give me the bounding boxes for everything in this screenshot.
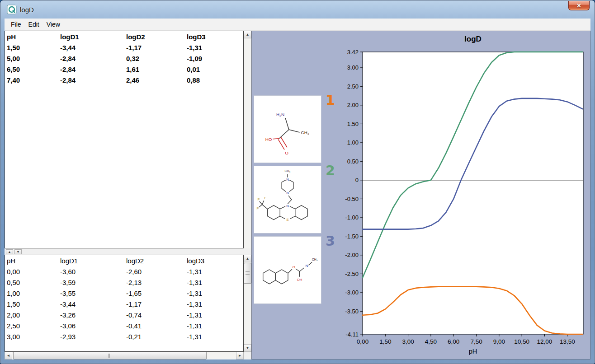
logd-chart: logD 3.423.002.502.001.501.000.500-0.50-… <box>335 35 589 357</box>
table-row[interactable]: 1,00-3,55-1,65-1,31 <box>5 288 243 299</box>
table-row[interactable]: 1,50-3,44-1,17-1,31 <box>5 299 243 310</box>
column-header: logD1 <box>60 32 126 42</box>
table-row[interactable]: 0,50-3,59-2,13-1,31 <box>5 277 243 288</box>
title-bar[interactable]: logD ✕ <box>0 0 595 19</box>
atom-label: F <box>257 197 260 201</box>
atom-label: H₂N <box>276 112 284 117</box>
table-cell: 1,61 <box>126 64 187 75</box>
table-row[interactable]: 6,50-2,841,610,01 <box>5 64 243 75</box>
atom-label: CH₃ <box>312 258 318 261</box>
table-row[interactable]: 0,00-3,60-2,60-1,31 <box>5 266 243 277</box>
column-header: logD2 <box>126 32 187 42</box>
menu-file[interactable]: File <box>7 19 25 30</box>
scroll-right-button[interactable]: ► <box>236 352 244 359</box>
atom-label: F <box>256 206 259 210</box>
atom-label: HO <box>265 137 272 142</box>
atom-label: O <box>293 265 295 269</box>
table-cell: -3,06 <box>60 321 126 331</box>
table-row[interactable]: 5,00-2,840,32-1,09 <box>5 53 243 64</box>
atom-label: S <box>286 218 288 222</box>
x-tick-label: 12,00 <box>537 338 552 345</box>
table-header-row: pHlogD1logD2logD3 <box>5 32 243 42</box>
structure-box-3[interactable]: O OH N CH₃ <box>254 236 321 304</box>
y-tick-label: 2.50 <box>347 83 359 90</box>
atom-label: CH₃ <box>285 169 291 173</box>
column-header: pH <box>7 32 60 42</box>
table-cell: 2,46 <box>126 75 187 86</box>
table-cell: -0,41 <box>126 321 187 331</box>
table-row[interactable]: 1,50-3,44-1,17-1,31 <box>5 42 243 53</box>
column-header: pH <box>7 256 60 266</box>
menu-edit[interactable]: Edit <box>25 19 43 30</box>
menu-view[interactable]: View <box>43 19 64 30</box>
table-cell: 3,00 <box>7 331 60 342</box>
y-tick-label: 1.00 <box>347 139 359 146</box>
atom-label: N <box>306 264 308 268</box>
chart-pane: H₂N CH₃ HO O 1 <box>251 31 590 359</box>
table-cell: -0,74 <box>126 310 187 321</box>
y-tick-label: 3.00 <box>347 64 359 71</box>
table-cell: 1,50 <box>7 42 60 53</box>
horizontal-scrollbar[interactable]: ◄ ► <box>5 352 251 359</box>
structure-box-2[interactable]: N S N N CH₃ F F F <box>254 166 321 233</box>
close-button[interactable]: ✕ <box>568 1 590 10</box>
structure-box-1[interactable]: H₂N CH₃ HO O <box>254 95 321 163</box>
table-row[interactable]: 7,40-2,842,460,88 <box>5 75 243 86</box>
y-tick-label: 3.42 <box>347 49 359 56</box>
y-tick-label: -3.00 <box>345 289 359 296</box>
table-cell: 0,88 <box>187 75 243 86</box>
y-tick-label: -2.00 <box>345 252 359 258</box>
top-table-vertical-scrollbar[interactable]: ▲ <box>244 31 251 248</box>
scroll-track[interactable] <box>244 38 251 248</box>
table-row[interactable]: 2,00-3,26-0,74-1,31 <box>5 310 243 321</box>
table-cell: -2,84 <box>60 64 126 75</box>
scroll-up-button[interactable]: ▲ <box>244 31 251 38</box>
table-cell: -3,60 <box>60 266 126 277</box>
x-tick-label: 13,50 <box>560 338 575 345</box>
main-content: pHlogD1logD2logD31,50-3,44-1,17-1,315,00… <box>5 31 590 359</box>
vertical-scroll-thumb[interactable] <box>244 263 251 284</box>
y-tick-label: -3.50 <box>345 308 359 315</box>
x-tick-label: 7,50 <box>470 338 482 345</box>
table-splitter[interactable]: ▲ ▼ <box>5 248 251 255</box>
y-tick-label: 2.00 <box>347 102 359 108</box>
y-tick-label: -4.11 <box>345 331 359 338</box>
table-row[interactable]: 3,00-2,93-0,21-1,31 <box>5 331 243 342</box>
x-tick-label: 10,50 <box>514 338 529 345</box>
table-cell: -3,55 <box>60 288 126 299</box>
table-cell: -2,84 <box>60 75 126 86</box>
table-cell: 1,50 <box>7 299 60 310</box>
table-cell: -1,31 <box>187 299 243 310</box>
atom-label: F <box>264 196 266 200</box>
column-header: logD3 <box>187 32 243 42</box>
table-cell: -1,65 <box>126 288 187 299</box>
table-cell: 0,32 <box>126 53 187 64</box>
bottom-table-vertical-scrollbar[interactable]: ▲ ▼ <box>244 255 251 352</box>
horizontal-scroll-track[interactable] <box>12 352 236 359</box>
table-cell: -1,17 <box>126 42 187 53</box>
table-cell: -2,84 <box>60 53 126 64</box>
scroll-up-button[interactable]: ▲ <box>244 255 251 262</box>
y-tick-label: 0.50 <box>347 158 359 165</box>
table-cell: 0,50 <box>7 277 60 288</box>
table-cell: -1,31 <box>187 277 243 288</box>
table-cell: 6,50 <box>7 64 60 75</box>
horizontal-scroll-thumb[interactable] <box>13 352 207 359</box>
table-cell: -1,31 <box>187 331 243 342</box>
close-icon: ✕ <box>576 3 581 9</box>
scroll-left-button[interactable]: ◄ <box>5 352 12 359</box>
splitter-up-button[interactable]: ▲ <box>6 249 13 254</box>
scroll-track[interactable] <box>244 284 251 344</box>
table-cell: -1,31 <box>187 288 243 299</box>
table-cell: -3,44 <box>60 299 126 310</box>
x-tick-label: 6,00 <box>448 338 459 345</box>
scroll-down-button[interactable]: ▼ <box>244 344 251 352</box>
y-tick-label: -0.50 <box>345 196 359 202</box>
x-tick-label: 9,00 <box>493 338 505 345</box>
y-tick-label: -1.50 <box>345 233 359 240</box>
x-tick-label: 1,50 <box>379 338 391 345</box>
table-cell: 7,40 <box>7 75 60 86</box>
logd-table-top: pHlogD1logD2logD31,50-3,44-1,17-1,315,00… <box>5 31 244 248</box>
splitter-down-button[interactable]: ▼ <box>14 249 22 254</box>
table-row[interactable]: 2,50-3,06-0,41-1,31 <box>5 321 243 331</box>
